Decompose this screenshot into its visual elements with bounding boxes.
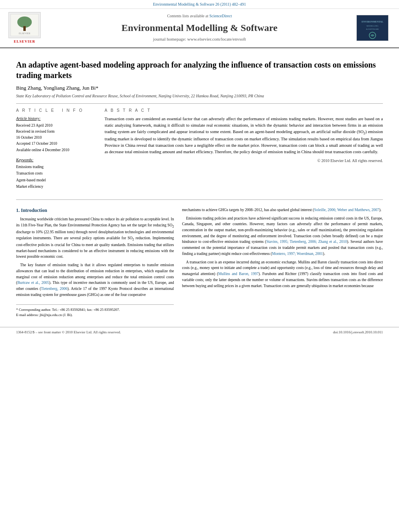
introduction-section: 1. Introduction Increasing worldwide cri… [16,207,383,318]
svg-rect-2 [23,26,26,31]
elsevier-label: ELSEVIER [14,39,35,44]
article-title: An adaptive agent-based modeling approac… [16,60,383,80]
elsevier-logo: ELSEVIER ELSEVIER [6,12,43,44]
intro-right: mechanisms to achieve GHGs targets by 20… [182,207,383,318]
abstract-header: A B S T R A C T [105,108,383,114]
svg-point-1 [17,16,32,28]
email-footnote: E-mail address: jbi@nju.edu.cn (J. Bi). [16,312,174,318]
article-info-abstract: A R T I C L E I N F O Article history: R… [16,108,383,194]
svg-text:ELSEVIER: ELSEVIER [19,32,30,35]
intro-right-text: mechanisms to achieve GHGs targets by 20… [182,207,383,289]
copyright: © 2010 Elsevier Ltd. All rights reserved… [105,158,383,164]
svg-text:& SOFTWARE: & SOFTWARE [366,28,379,30]
header-divider [16,103,383,104]
authors: Bing Zhang, Yongliang Zhang, Jun Bi* [16,84,383,92]
sciencedirect-link: Contents lists available at ScienceDirec… [47,13,352,19]
article-history-label: Article history: [16,116,97,122]
intro-left: 1. Introduction Increasing worldwide cri… [16,207,174,318]
doi: doi:10.1016/j.envsoft.2010.10.011 [333,330,383,335]
keywords-block: Keywords: Emissions trading Transaction … [16,157,97,190]
main-content: An adaptive agent-based modeling approac… [0,48,399,323]
affiliation: State Key Laboratory of Pollution Contro… [16,93,383,99]
intro-title: 1. Introduction [16,207,174,214]
bottom-bar: 1364-8152/$ – see front matter © 2010 El… [0,327,399,337]
abstract-col: A B S T R A C T Transaction costs are co… [105,108,383,194]
issn: 1364-8152/$ – see front matter © 2010 El… [16,330,121,335]
footnotes: * Corresponding author. Tel.: +86 25 835… [16,304,174,318]
journal-logo: ENVIRONMENTAL MODELLING & SOFTWARE [356,15,393,41]
journal-logo-image: ENVIRONMENTAL MODELLING & SOFTWARE [356,15,389,41]
journal-homepage: journal homepage: www.elsevier.com/locat… [47,36,352,43]
intro-left-text: Increasing worldwide criticism has press… [16,216,174,298]
journal-reference: Environmental Modelling & Software 26 (2… [0,0,399,9]
abstract-text: Transaction costs are considered an esse… [105,116,383,155]
corresponding-footnote: * Corresponding author. Tel.: +86 25 835… [16,307,174,313]
keywords-label: Keywords: [16,157,97,163]
article-info-col: A R T I C L E I N F O Article history: R… [16,108,97,194]
article-info-header: A R T I C L E I N F O [16,108,97,114]
svg-text:ENVIRONMENTAL: ENVIRONMENTAL [362,21,383,23]
keywords-list: Emissions trading Transaction costs Agen… [16,164,97,190]
svg-text:MODELLING: MODELLING [366,25,378,27]
journal-title: Environmental Modelling & Software [47,21,352,35]
article-history: Article history: Received 23 April 2010 … [16,116,97,153]
journal-header: ELSEVIER ELSEVIER Contents lists availab… [0,9,399,48]
body-divider [16,199,383,200]
elsevier-logo-image: ELSEVIER [8,12,41,38]
journal-title-block: Contents lists available at ScienceDirec… [47,13,352,42]
article-dates: Received 23 April 2010 Received in revis… [16,123,97,153]
